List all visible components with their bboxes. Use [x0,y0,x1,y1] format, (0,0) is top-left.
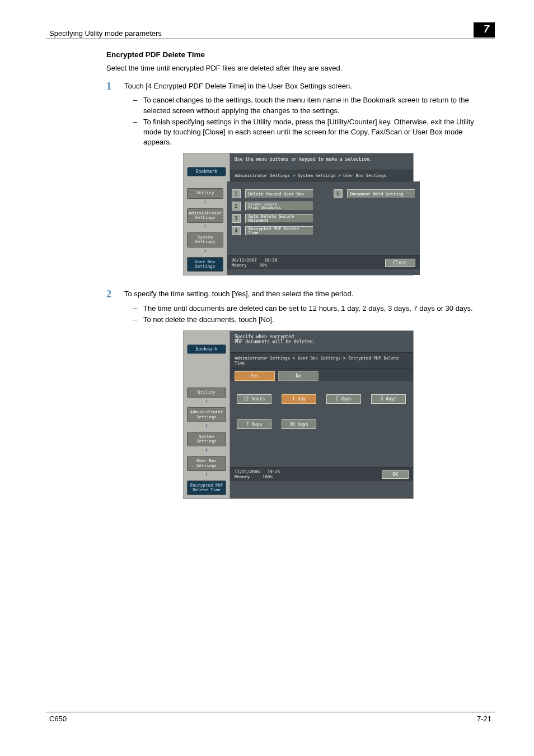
nav-utility[interactable]: Utility [187,188,223,198]
step-number: 2 [106,289,124,300]
step-2: 2 To specify the time setting, touch [Ye… [106,289,490,300]
screenshot-encrypted-pdf-delete-time: Bookmark Specify when encryptedPDF docum… [183,330,414,499]
bullet-text: The time until documents are deleted can… [143,304,473,314]
down-arrow-icon: ⬇ [186,248,224,254]
menu-delete-secure-print-documents[interactable]: Delete Secure Print Documents [245,202,313,211]
step-2-bullets: The time until documents are deleted can… [133,304,490,325]
menu-index: 1 [232,189,241,198]
step-1: 1 Touch [4 Encrypted PDF Delete Time] in… [106,81,490,92]
nav-user-box-settings[interactable]: User Box Settings [187,456,226,471]
bullet-text: To not delete the documents, touch [No]. [143,315,274,325]
bookmark-tab[interactable]: Bookmark [187,167,226,176]
nav-system-settings[interactable]: System Settings [187,232,223,248]
nav-admin-settings[interactable]: Administrator Settings [187,407,226,422]
status-info: 11/21/2006 19:25 Memory 100% [235,469,280,479]
bookmark-tab[interactable]: Bookmark [187,344,226,354]
step-1-bullets: To cancel changes to the settings, touch… [133,95,490,147]
down-arrow-icon: ⬇ [186,472,227,477]
menu-index: 3 [232,214,241,223]
menu-index: 2 [232,202,241,211]
down-arrow-icon: ⬇ [186,199,224,205]
screenshot-user-box-settings: Bookmark Use the menu buttons or keypad … [183,153,414,276]
down-arrow-icon: ⬇ [186,423,227,428]
intro-paragraph: Select the time until encrypted PDF file… [106,63,490,73]
menu-auto-delete-secure-document[interactable]: Auto Delete Secure Document [245,214,313,223]
nav-user-box-settings[interactable]: User Box Settings [187,257,223,272]
step-number: 1 [106,81,124,92]
menu-index: 6 [334,189,343,198]
down-arrow-icon: ⬇ [186,223,224,229]
close-button[interactable]: Close [385,259,415,267]
step-text: Touch [4 Encrypted PDF Delete Time] in t… [124,81,490,92]
time-2-days[interactable]: 2 days [326,394,361,404]
status-info: 06/11/2007 18:38 Memory 99% [232,258,277,268]
menu-document-hold-setting[interactable]: Document Hold Setting [347,189,415,198]
nav-encrypted-pdf-delete-time[interactable]: Encrypted PDF Delete Time [187,480,226,496]
menu-delete-unused-user-box[interactable]: Delete Unused User Box [245,189,313,198]
menu-index: 4 [232,226,241,235]
time-3-days[interactable]: 3 days [371,394,406,404]
nav-utility[interactable]: Utility [187,388,226,398]
section-heading: Encrypted PDF Delete Time [106,50,490,59]
bullet-text: To cancel changes to the settings, touch… [143,95,490,115]
ok-button[interactable]: OK [382,470,409,479]
down-arrow-icon: ⬇ [186,398,227,404]
footer-model: C650 [49,715,67,723]
screen-instruction: Use the menu buttons or keypad to make a… [230,153,413,170]
breadcrumb: Administrator Settings > System Settings… [230,170,413,181]
menu-encrypted-pdf-delete-time[interactable]: Encrypted PDF Delete Time [245,226,313,235]
chapter-number: 7 [474,22,495,38]
bullet-text: To finish specifying settings in the Uti… [143,117,490,148]
no-button[interactable]: No [278,371,318,381]
down-arrow-icon: ⬇ [186,447,227,452]
running-head: Specifying Utility mode parameters [49,29,162,38]
footer-page-number: 7-21 [477,715,491,723]
nav-system-settings[interactable]: System Settings [187,432,226,447]
time-1-day[interactable]: 1 day [282,394,316,404]
screen-instruction: Specify when encryptedPDF documents will… [230,331,413,352]
time-30-days[interactable]: 30 days [282,419,316,429]
time-7-days[interactable]: 7 days [237,419,271,429]
step-text: To specify the time setting, touch [Yes]… [124,289,490,300]
breadcrumb: Administrator Settings > User Box Settin… [230,352,413,369]
nav-admin-settings[interactable]: Administrator Settings [187,208,223,223]
time-12-hours[interactable]: 12 hours [237,394,271,404]
yes-button[interactable]: Yes [235,371,275,381]
